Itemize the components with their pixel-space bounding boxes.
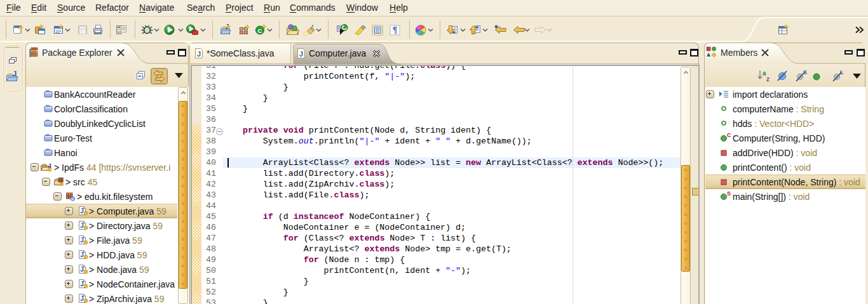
svg-text:J: J	[13, 70, 17, 77]
svg-text:J: J	[197, 50, 201, 58]
svg-text:C: C	[258, 27, 262, 34]
svg-text:C: C	[727, 133, 731, 138]
svg-text:z: z	[766, 76, 770, 83]
svg-text:J: J	[299, 50, 303, 58]
svg-text:¶: ¶	[393, 25, 398, 35]
svg-text:S: S	[727, 191, 731, 197]
